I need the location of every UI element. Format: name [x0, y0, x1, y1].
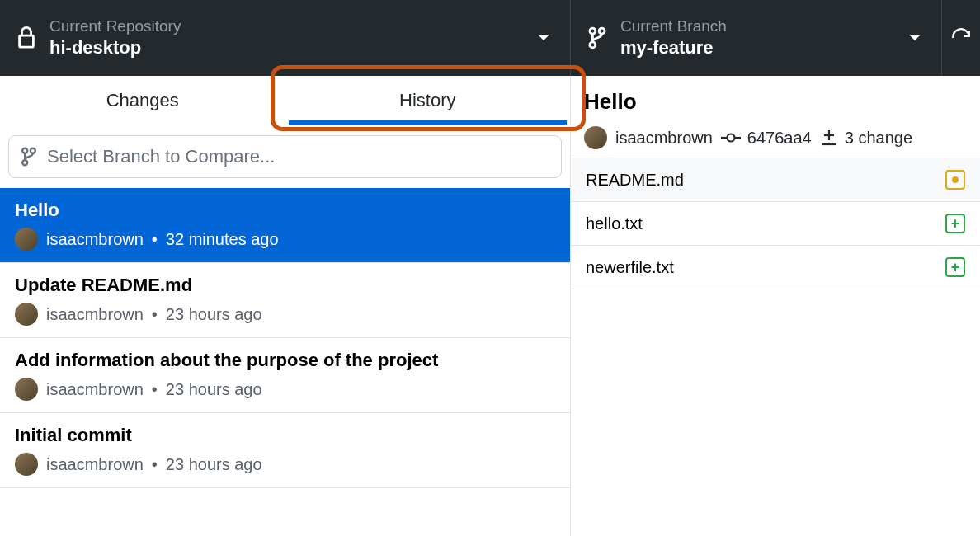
- git-branch-icon: [21, 147, 37, 167]
- branch-label: Current Branch: [620, 17, 727, 35]
- avatar: [15, 228, 38, 251]
- commit-time: 32 minutes ago: [166, 230, 279, 249]
- commit-author: isaacmbrown: [46, 305, 144, 324]
- commit-item[interactable]: Update README.md isaacmbrown • 23 hours …: [0, 263, 570, 338]
- meta-separator: •: [152, 380, 158, 399]
- file-name: README.md: [586, 171, 684, 190]
- file-item[interactable]: hello.txt+: [571, 202, 980, 246]
- commit-author: isaacmbrown: [46, 455, 144, 474]
- commit-title: Add information about the purpose of the…: [15, 350, 555, 371]
- tab-changes[interactable]: Changes: [0, 76, 285, 125]
- commit-detail-author: isaacmbrown: [615, 129, 713, 148]
- commit-time: 23 hours ago: [166, 380, 262, 399]
- diff-icon: [820, 129, 838, 147]
- svg-point-7: [727, 134, 734, 142]
- current-branch-selector[interactable]: Current Branch my-feature: [571, 0, 942, 76]
- changes-summary: 3 change: [845, 129, 912, 148]
- commit-author: isaacmbrown: [46, 230, 144, 249]
- avatar: [15, 378, 38, 401]
- branch-compare-placeholder: Select Branch to Compare...: [47, 146, 275, 167]
- commit-title: Update README.md: [15, 275, 555, 296]
- modified-icon: [945, 170, 965, 190]
- meta-separator: •: [152, 230, 158, 249]
- commit-sha: 6476aa4: [747, 129, 812, 148]
- git-branch-icon: [587, 26, 607, 49]
- file-list: README.mdhello.txt+newerfile.txt+: [571, 158, 980, 289]
- branch-value: my-feature: [620, 37, 727, 59]
- avatar: [584, 126, 607, 149]
- sync-icon: [950, 27, 972, 49]
- commit-time: 23 hours ago: [166, 455, 262, 474]
- avatar: [15, 453, 38, 476]
- current-repository-selector[interactable]: Current Repository hi-desktop: [0, 0, 571, 76]
- svg-point-3: [599, 28, 605, 34]
- repo-value: hi-desktop: [49, 37, 181, 59]
- avatar: [15, 303, 38, 326]
- commit-detail-title: Hello: [584, 89, 967, 115]
- file-name: hello.txt: [586, 214, 643, 233]
- file-item[interactable]: newerfile.txt+: [571, 246, 980, 289]
- commit-time: 23 hours ago: [166, 305, 262, 324]
- commit-icon: [721, 131, 741, 144]
- file-name: newerfile.txt: [586, 258, 674, 277]
- repo-label: Current Repository: [49, 17, 181, 35]
- commit-title: Initial commit: [15, 425, 555, 446]
- svg-rect-0: [20, 35, 34, 47]
- commit-author: isaacmbrown: [46, 380, 144, 399]
- svg-point-1: [590, 28, 596, 34]
- branch-compare-selector[interactable]: Select Branch to Compare...: [8, 135, 562, 178]
- lock-icon: [16, 26, 36, 49]
- commit-title: Hello: [15, 200, 555, 221]
- meta-separator: •: [152, 455, 158, 474]
- svg-point-4: [22, 148, 27, 153]
- added-icon: +: [945, 257, 965, 277]
- svg-point-6: [31, 148, 35, 153]
- tabs: Changes History: [0, 76, 570, 125]
- caret-down-icon: [537, 34, 550, 42]
- sync-button[interactable]: [942, 0, 980, 76]
- commit-list: Hello isaacmbrown • 32 minutes ago Updat…: [0, 188, 570, 536]
- svg-point-5: [22, 160, 27, 165]
- svg-point-2: [590, 42, 596, 48]
- meta-separator: •: [152, 305, 158, 324]
- added-icon: +: [945, 214, 965, 233]
- commit-item[interactable]: Add information about the purpose of the…: [0, 338, 570, 413]
- tab-history[interactable]: History: [285, 76, 571, 125]
- caret-down-icon: [908, 34, 921, 42]
- commit-item[interactable]: Hello isaacmbrown • 32 minutes ago: [0, 188, 570, 263]
- commit-item[interactable]: Initial commit isaacmbrown • 23 hours ag…: [0, 413, 570, 488]
- file-item[interactable]: README.md: [571, 158, 980, 202]
